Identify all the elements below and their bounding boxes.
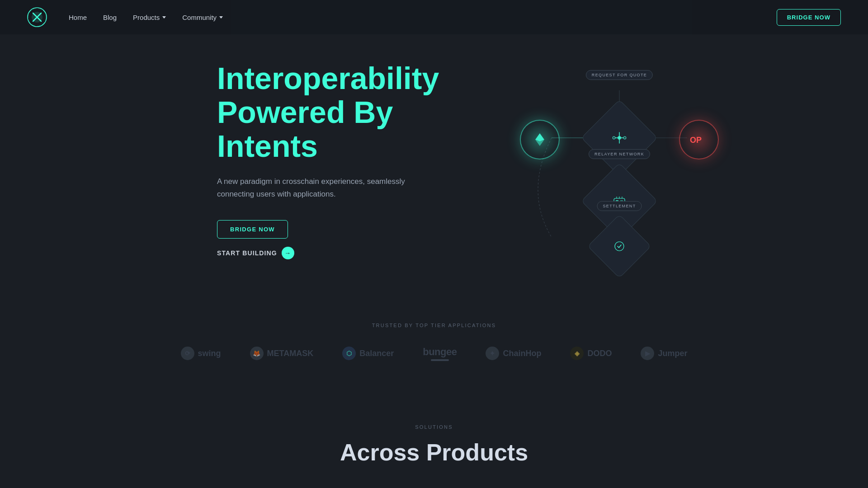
solutions-section: SOLUTIONS Across Products xyxy=(0,388,868,484)
diagram-container: REQUEST FOR QUOTE RELAYER NETWOR xyxy=(524,66,714,255)
nav-item-home[interactable]: Home xyxy=(69,14,87,21)
metamask-name: METAMASK xyxy=(267,349,314,358)
label-relayer: RELAYER NETWORK xyxy=(589,149,650,159)
op-node: OP xyxy=(679,120,719,160)
solutions-title: Across Products xyxy=(108,439,760,466)
label-rfq: REQUEST FOR QUOTE xyxy=(586,70,653,80)
settlement-icon xyxy=(612,239,627,253)
logo-link[interactable] xyxy=(27,7,47,27)
swing-logo-mark: ⟳ xyxy=(181,347,194,360)
eth-icon xyxy=(532,131,548,148)
community-chevron-icon xyxy=(219,16,223,19)
hero-section: Interoperability Powered By Intents A ne… xyxy=(0,34,868,286)
solutions-label: SOLUTIONS xyxy=(108,424,760,430)
partner-chainhop: ✦ ChainHop xyxy=(486,347,541,360)
partner-metamask: 🦊 METAMASK xyxy=(250,347,314,360)
eth-node xyxy=(520,120,560,160)
svg-point-10 xyxy=(613,136,615,139)
partner-jumper: ▶ Jumper xyxy=(641,347,687,360)
balancer-logo-mark: ⬡ xyxy=(342,347,356,360)
partner-balancer: ⬡ Balancer xyxy=(342,347,394,360)
balancer-name: Balancer xyxy=(359,349,394,358)
nav-item-blog[interactable]: Blog xyxy=(103,14,117,21)
logo-icon xyxy=(27,7,47,27)
bungee-underline xyxy=(431,359,449,361)
hero-bridge-button[interactable]: BRIDGE NOW xyxy=(217,220,288,239)
hero-text: Interoperability Powered By Intents A ne… xyxy=(217,61,452,259)
jumper-name: Jumper xyxy=(658,349,687,358)
nav-left: Home Blog Products Community xyxy=(27,7,223,27)
hero-actions: BRIDGE NOW START BUILDING → xyxy=(217,220,452,259)
svg-point-11 xyxy=(623,136,626,139)
chainhop-name: ChainHop xyxy=(503,349,541,358)
bridge-now-button[interactable]: BRIDGE NOW xyxy=(777,9,841,26)
partner-bungee: bungee xyxy=(423,346,457,361)
router-icon xyxy=(610,129,628,147)
navbar: Home Blog Products Community BRIDGE NOW xyxy=(0,0,868,34)
label-settlement: SETTLEMENT xyxy=(597,201,642,211)
hero-subtitle: A new paradigm in crosschain experiences… xyxy=(217,175,407,200)
svg-point-9 xyxy=(618,136,621,140)
start-building-link[interactable]: START BUILDING → xyxy=(217,247,452,259)
op-icon: OP xyxy=(689,134,709,145)
metamask-logo-mark: 🦊 xyxy=(250,347,264,360)
hero-diagram: REQUEST FOR QUOTE RELAYER NETWOR xyxy=(479,66,760,255)
dodo-logo-mark: ◈ xyxy=(570,347,584,360)
hero-title: Interoperability Powered By Intents xyxy=(217,61,452,163)
dodo-name: DODO xyxy=(587,349,612,358)
chainhop-logo-mark: ✦ xyxy=(486,347,499,360)
jumper-logo-mark: ▶ xyxy=(641,347,654,360)
arrow-circle-icon: → xyxy=(282,247,294,259)
partners-row: ⟳ swing 🦊 METAMASK ⬡ Balancer bungee ✦ C… xyxy=(108,346,760,361)
trusted-label: TRUSTED BY TOP TIER APPLICATIONS xyxy=(108,323,760,328)
partner-swing: ⟳ swing xyxy=(181,347,221,360)
trusted-section: TRUSTED BY TOP TIER APPLICATIONS ⟳ swing… xyxy=(0,286,868,388)
svg-point-21 xyxy=(615,242,624,251)
nav-item-community[interactable]: Community xyxy=(182,14,223,21)
bungee-name: bungee xyxy=(423,346,457,358)
products-chevron-icon xyxy=(162,16,166,19)
swing-name: swing xyxy=(198,349,221,358)
nav-item-products[interactable]: Products xyxy=(133,14,166,21)
nav-links: Home Blog Products Community xyxy=(69,14,223,21)
svg-text:OP: OP xyxy=(690,136,702,145)
partner-dodo: ◈ DODO xyxy=(570,347,612,360)
